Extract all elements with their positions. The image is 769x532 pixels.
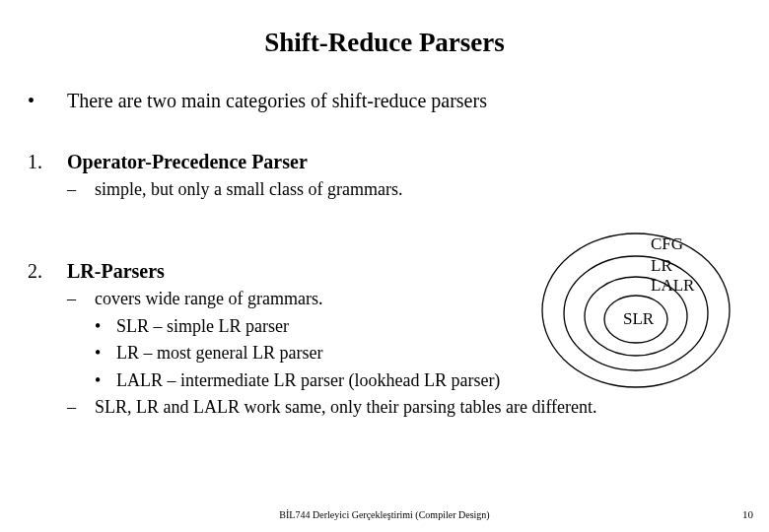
section2-pt2: LR – most general LR parser	[116, 342, 322, 365]
dash-icon: –	[67, 288, 95, 310]
spacer	[28, 117, 741, 149]
bullet-icon: •	[95, 315, 116, 338]
section2-sub2: SLR, LR and LALR work same, only their p…	[95, 396, 597, 419]
section1-num: 1.	[28, 149, 67, 174]
section1-sub: simple, but only a small class of gramma…	[95, 178, 402, 201]
diagram-label-lr: LR	[651, 256, 672, 276]
section2-sub2-row: – SLR, LR and LALR work same, only their…	[28, 396, 741, 419]
bullet-icon: •	[95, 369, 116, 392]
section2-sub1: covers wide range of grammars.	[95, 288, 322, 310]
diagram-label-cfg: CFG	[651, 234, 683, 254]
diagram-label-slr: SLR	[623, 309, 654, 329]
section1-row: 1. Operator-Precedence Parser	[28, 149, 741, 174]
section2-pt1: SLR – simple LR parser	[116, 315, 289, 338]
section1-heading: Operator-Precedence Parser	[67, 149, 741, 174]
intro-row: • There are two main categories of shift…	[28, 88, 741, 113]
diagram-label-lalr: LALR	[651, 276, 694, 296]
section2-pt3: LALR – intermediate LR parser (lookhead …	[116, 369, 500, 392]
dash-icon: –	[67, 396, 95, 419]
bullet-icon: •	[28, 88, 67, 113]
page-number: 10	[742, 508, 753, 520]
section1-sub-row: – simple, but only a small class of gram…	[28, 178, 741, 201]
dash-icon: –	[67, 178, 95, 201]
footer-center: BİL744 Derleyici Gerçekleştirimi (Compil…	[0, 509, 769, 520]
section2-num: 2.	[28, 258, 67, 284]
concentric-diagram: CFG LR LALR SLR	[532, 227, 739, 394]
intro-text: There are two main categories of shift-r…	[67, 88, 741, 113]
slide-title: Shift-Reduce Parsers	[28, 28, 741, 58]
slide: Shift-Reduce Parsers • There are two mai…	[0, 0, 769, 532]
bullet-icon: •	[95, 342, 116, 365]
